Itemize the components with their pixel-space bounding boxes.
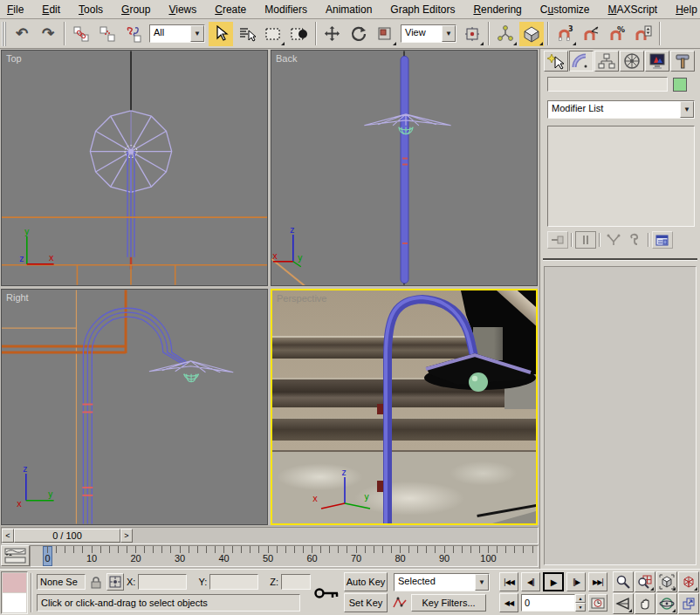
menu-item-create[interactable]: Create (215, 3, 246, 16)
select-by-name-icon (238, 25, 256, 43)
rectangular-selection-region-button[interactable] (261, 22, 285, 46)
frame-spinner[interactable]: ▲▼ (575, 594, 586, 612)
time-configuration-button[interactable] (588, 594, 607, 612)
key-mode-toggle-button[interactable]: ◀◀ (499, 593, 518, 612)
use-pivot-point-center-button[interactable] (460, 22, 484, 46)
x-coordinate-input[interactable] (138, 574, 187, 590)
tab-create[interactable] (544, 51, 568, 72)
track-bar-ruler[interactable]: 0102030405060708090100 (30, 545, 539, 567)
next-frame-button[interactable]: ‖▶ (566, 572, 586, 591)
current-frame-input[interactable] (521, 594, 575, 612)
select-by-name-button[interactable] (235, 22, 259, 46)
viewport-back-label[interactable]: Back (276, 53, 297, 64)
tab-display[interactable] (645, 51, 669, 72)
menu-item-file[interactable]: File (7, 3, 24, 16)
arc-rotate-button[interactable] (656, 593, 677, 614)
object-color-swatch[interactable] (673, 78, 687, 92)
go-to-start-button[interactable]: |◀◀ (499, 572, 518, 591)
snaps-toggle-button[interactable] (519, 22, 544, 46)
modifier-list-dropdown[interactable]: Modifier List ▼ (547, 100, 695, 119)
percent-snap-button[interactable]: % (605, 22, 629, 46)
menu-item-tools[interactable]: Tools (79, 3, 103, 16)
previous-frame-button[interactable]: ◀‖ (521, 572, 540, 591)
select-and-link-button[interactable] (69, 22, 93, 46)
viewport-top-label[interactable]: Top (6, 53, 22, 64)
menu-item-modifiers[interactable]: Modifiers (264, 3, 307, 16)
pin-stack-button[interactable] (547, 231, 568, 249)
make-unique-button[interactable] (603, 231, 624, 249)
viewport-perspective-label[interactable]: Perspective (277, 293, 326, 304)
selection-filter-dropdown[interactable]: All▼ (149, 24, 205, 43)
select-and-scale-button[interactable] (373, 22, 397, 46)
redo-button[interactable]: ↷ (36, 22, 60, 46)
rollout-area (544, 266, 697, 565)
tab-motion[interactable] (620, 51, 644, 72)
set-key-button[interactable]: Set Key (344, 593, 388, 612)
reference-coordinate-system-dropdown[interactable]: View▼ (401, 24, 456, 43)
configure-modifier-sets-button[interactable] (652, 231, 673, 249)
field-of-view-button[interactable] (613, 593, 634, 614)
undo-button[interactable]: ↶ (10, 22, 34, 46)
selection-lock-toggle[interactable] (88, 574, 104, 590)
object-name-input[interactable] (547, 77, 668, 92)
key-mode-dropdown[interactable]: Selected▼ (394, 573, 490, 591)
select-and-rotate-button[interactable] (347, 22, 371, 46)
spinner-snap-icon (634, 24, 653, 44)
set-key-filters-curve-button[interactable] (391, 594, 408, 612)
time-slider-handle[interactable]: 0 / 100 (14, 529, 120, 543)
auto-key-button[interactable]: Auto Key (344, 572, 388, 591)
clock-icon (591, 596, 605, 610)
menu-item-maxscript[interactable]: MAXScript (608, 3, 658, 16)
lamp-model[interactable]: z x y (272, 290, 536, 523)
remove-modifier-button[interactable] (624, 231, 645, 249)
viewport-top[interactable]: Top (1, 50, 268, 286)
menu-item-help[interactable]: Help (676, 3, 697, 16)
menu-item-group[interactable]: Group (121, 3, 150, 16)
zoom-extents-button[interactable] (656, 571, 677, 592)
tab-utilities[interactable] (670, 51, 695, 72)
pan-button[interactable] (635, 593, 655, 614)
y-coordinate-input[interactable] (209, 574, 258, 590)
menu-item-edit[interactable]: Edit (42, 3, 60, 16)
tab-hierarchy[interactable] (594, 51, 619, 72)
rotate-icon (350, 25, 367, 43)
menu-item-rendering[interactable]: Rendering (473, 3, 521, 16)
angle-snap-button[interactable] (579, 22, 603, 46)
main-toolbar: ↶ ↷ All▼ View▼ 3 % (0, 19, 700, 49)
bind-to-space-warp-button[interactable] (121, 22, 146, 46)
select-and-move-button[interactable] (320, 22, 345, 46)
viewport-back[interactable]: Back (271, 50, 538, 286)
menu-item-graph-editors[interactable]: Graph Editors (390, 3, 455, 16)
spinner-snap-button[interactable] (631, 22, 655, 46)
go-to-end-button[interactable]: ▶▶| (588, 572, 607, 591)
zoom-button[interactable] (613, 571, 634, 592)
time-slider-prev-button[interactable]: < (2, 529, 14, 543)
window-crossing-toggle-button[interactable] (287, 22, 312, 46)
viewport-right[interactable]: Right (1, 289, 268, 525)
z-coordinate-input[interactable] (281, 574, 311, 590)
snap-3d-button[interactable]: 3 (552, 22, 577, 46)
absolute-mode-toggle[interactable] (106, 573, 124, 591)
viewport-perspective[interactable]: Perspective (271, 289, 538, 525)
show-end-result-button[interactable] (575, 231, 596, 249)
menu-item-animation[interactable]: Animation (326, 3, 372, 16)
listener-pane[interactable] (3, 593, 26, 612)
zoom-all-button[interactable] (635, 571, 655, 592)
zoom-extents-all-button[interactable] (678, 571, 699, 592)
select-and-manipulate-button[interactable] (493, 22, 518, 46)
menu-item-views[interactable]: Views (168, 3, 196, 16)
play-button[interactable]: ▶ (543, 572, 564, 591)
time-slider-next-button[interactable]: > (120, 529, 133, 543)
set-keys-button[interactable] (312, 573, 340, 613)
menu-item-customize[interactable]: Customize (540, 3, 590, 16)
toolbar-grip[interactable] (2, 22, 6, 46)
unlink-selection-button[interactable] (95, 22, 120, 46)
key-filters-button[interactable]: Key Filters... (411, 594, 486, 612)
macro-recorder-pane[interactable] (3, 573, 26, 592)
viewport-right-label[interactable]: Right (6, 292, 29, 303)
modifier-stack-list[interactable] (547, 126, 695, 227)
mini-curve-editor-button[interactable] (1, 545, 30, 566)
min-max-toggle-button[interactable] (678, 593, 699, 614)
select-object-button[interactable] (209, 22, 233, 46)
tab-modify[interactable] (569, 51, 594, 72)
